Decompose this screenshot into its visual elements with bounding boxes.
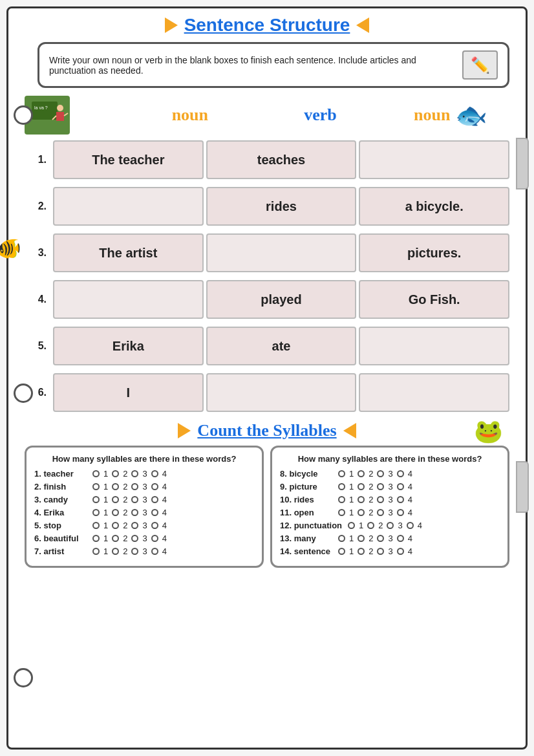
radio-3[interactable] — [131, 522, 138, 529]
syllable-row: 2. finish 1 2 3 4 — [34, 482, 254, 491]
noun2-cell[interactable] — [359, 140, 509, 179]
radio-4[interactable] — [151, 522, 158, 529]
radio-1[interactable] — [338, 496, 345, 503]
radio-4[interactable] — [151, 470, 158, 477]
radio-4[interactable] — [397, 509, 404, 516]
svg-rect-4 — [56, 112, 64, 121]
radio-1[interactable] — [92, 522, 100, 529]
syllable-row: 9. picture 1 2 3 4 — [280, 482, 500, 491]
radio-2[interactable] — [112, 483, 119, 490]
radio-4[interactable] — [151, 509, 158, 516]
radio-1[interactable] — [338, 483, 345, 490]
syllable-options[interactable]: 1 2 3 4 — [92, 469, 167, 479]
noun-cell[interactable]: Erika — [53, 327, 204, 365]
syllable-options[interactable]: 1 2 3 4 — [92, 495, 167, 504]
radio-2[interactable] — [112, 548, 119, 555]
radio-2[interactable] — [358, 509, 365, 516]
syllable-word: 4. Erika — [34, 508, 92, 517]
radio-3[interactable] — [131, 470, 138, 477]
radio-4[interactable] — [151, 496, 158, 503]
sentence-row: 1. The teacher teaches — [25, 138, 509, 182]
radio-3[interactable] — [377, 509, 384, 516]
radio-3[interactable] — [131, 509, 138, 516]
corner-tab-1 — [516, 138, 529, 189]
radio-4[interactable] — [397, 470, 404, 477]
radio-1[interactable] — [92, 509, 100, 516]
radio-1[interactable] — [92, 496, 100, 503]
syllable-options[interactable]: 1 2 3 4 — [92, 534, 167, 543]
syllable-options[interactable]: 1 2 3 4 — [338, 482, 412, 491]
radio-2[interactable] — [112, 470, 119, 477]
verb-cell[interactable] — [206, 233, 357, 272]
radio-4[interactable] — [151, 483, 158, 490]
radio-2[interactable] — [358, 548, 365, 555]
radio-3[interactable] — [131, 496, 138, 503]
syllable-options[interactable]: 1 2 3 4 — [92, 508, 167, 517]
noun2-cell[interactable] — [359, 373, 509, 412]
syllable-row: 5. stop 1 2 3 4 — [34, 521, 254, 530]
radio-4[interactable] — [397, 535, 404, 542]
noun-cell[interactable]: The teacher — [53, 140, 204, 179]
verb-cell[interactable]: played — [206, 280, 357, 319]
verb-cell[interactable]: rides — [206, 187, 357, 226]
noun-cell[interactable] — [53, 280, 204, 319]
noun-cell[interactable]: The artist — [53, 233, 204, 272]
radio-4[interactable] — [397, 548, 404, 555]
noun-cell[interactable]: I — [53, 373, 204, 412]
radio-3[interactable] — [377, 483, 384, 490]
radio-2[interactable] — [112, 535, 119, 542]
col-header-noun2: noun — [414, 105, 450, 125]
syllable-options[interactable]: 1 2 3 4 — [92, 546, 167, 556]
radio-3[interactable] — [377, 470, 384, 477]
noun2-cell[interactable]: pictures. — [359, 233, 509, 272]
radio-3[interactable] — [377, 496, 384, 503]
radio-3[interactable] — [131, 535, 138, 542]
verb-cell[interactable]: ate — [206, 327, 357, 365]
radio-1[interactable] — [92, 548, 100, 555]
radio-3[interactable] — [377, 535, 384, 542]
radio-2[interactable] — [112, 496, 119, 503]
radio-3[interactable] — [387, 522, 394, 529]
syllable-options[interactable]: 1 2 3 4 — [338, 469, 412, 479]
radio-2[interactable] — [358, 496, 365, 503]
syllable-options[interactable]: 1 2 3 4 — [92, 482, 167, 491]
radio-1[interactable] — [92, 483, 100, 490]
frog-icon: 🐸 — [474, 418, 503, 445]
syllable-options[interactable]: 1 2 3 4 — [338, 495, 412, 504]
radio-1[interactable] — [92, 470, 100, 477]
syllable-options[interactable]: 1 2 3 4 — [92, 521, 167, 530]
radio-1[interactable] — [338, 548, 345, 555]
syllables-area: How many syllables are there in these wo… — [25, 446, 509, 568]
radio-4[interactable] — [151, 535, 158, 542]
radio-3[interactable] — [131, 548, 138, 555]
radio-2[interactable] — [112, 509, 119, 516]
radio-2[interactable] — [358, 535, 365, 542]
syllable-options[interactable]: 1 2 3 4 — [348, 521, 422, 530]
verb-cell[interactable] — [206, 373, 357, 412]
noun-cell[interactable] — [53, 187, 204, 226]
radio-1[interactable] — [338, 535, 345, 542]
noun2-cell[interactable]: Go Fish. — [359, 280, 509, 319]
syllable-options[interactable]: 1 2 3 4 — [338, 508, 412, 517]
radio-3[interactable] — [377, 548, 384, 555]
syllable-options[interactable]: 1 2 3 4 — [338, 534, 412, 543]
syllable-options[interactable]: 1 2 3 4 — [338, 546, 412, 556]
radio-1[interactable] — [348, 522, 355, 529]
radio-4[interactable] — [407, 522, 414, 529]
instructions-text: Write your own noun or verb in the blank… — [49, 55, 424, 76]
radio-3[interactable] — [131, 483, 138, 490]
noun2-cell[interactable]: a bicycle. — [359, 187, 509, 226]
radio-2[interactable] — [358, 470, 365, 477]
radio-2[interactable] — [367, 522, 374, 529]
verb-cell[interactable]: teaches — [206, 140, 357, 179]
radio-2[interactable] — [112, 522, 119, 529]
radio-4[interactable] — [397, 496, 404, 503]
radio-1[interactable] — [92, 535, 100, 542]
sentence-row: 6. I — [25, 371, 509, 415]
radio-4[interactable] — [397, 483, 404, 490]
noun2-cell[interactable] — [359, 327, 509, 365]
radio-1[interactable] — [338, 509, 345, 516]
radio-1[interactable] — [338, 470, 345, 477]
radio-2[interactable] — [358, 483, 365, 490]
radio-4[interactable] — [151, 548, 158, 555]
